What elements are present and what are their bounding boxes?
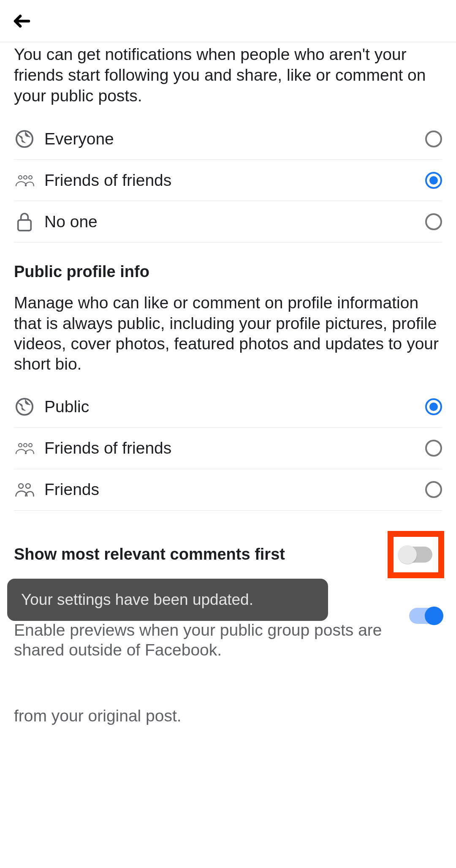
profile-options: Public Friends of friends Friends [14, 386, 442, 511]
option-friends-of-friends-2[interactable]: Friends of friends [14, 428, 442, 469]
radio-icon [425, 481, 442, 498]
svg-point-2 [24, 176, 27, 179]
radio-icon [425, 131, 442, 147]
toggle-knob [425, 607, 443, 625]
svg-point-7 [24, 444, 27, 447]
svg-rect-4 [18, 220, 31, 231]
option-label: Everyone [44, 130, 425, 148]
friends-of-friends-icon [14, 438, 35, 459]
option-label: No one [44, 212, 425, 231]
option-label: Public [44, 397, 425, 416]
off-facebook-description-2: from your original post. [14, 707, 442, 725]
option-no-one[interactable]: No one [14, 201, 442, 242]
svg-point-1 [19, 176, 22, 179]
globe-icon [14, 128, 35, 150]
option-label: Friends of friends [44, 171, 425, 190]
back-button[interactable] [11, 10, 33, 32]
toast-message: Your settings have been updated. [21, 591, 253, 609]
relevant-comments-toggle[interactable] [399, 547, 432, 563]
public-profile-description: Manage who can like or comment on profil… [14, 293, 442, 374]
option-public[interactable]: Public [14, 386, 442, 428]
friends-of-friends-icon [14, 170, 35, 191]
off-facebook-toggle[interactable] [409, 608, 442, 624]
svg-point-9 [19, 484, 23, 488]
relevant-comments-row: Show most relevant comments first [14, 531, 442, 578]
notifications-options: Everyone Friends of friends No one [14, 118, 442, 242]
back-arrow-icon [12, 11, 32, 31]
globe-icon [14, 396, 35, 417]
radio-icon [425, 172, 442, 189]
svg-point-3 [29, 176, 32, 179]
svg-point-10 [26, 484, 30, 488]
svg-point-0 [16, 131, 33, 147]
friends-icon [14, 479, 35, 500]
public-profile-title: Public profile info [14, 263, 442, 281]
highlight-box [388, 531, 444, 578]
svg-point-8 [29, 444, 32, 447]
svg-point-5 [16, 399, 33, 415]
toggle-knob [398, 545, 417, 564]
option-label: Friends of friends [44, 439, 425, 457]
radio-icon [425, 213, 442, 230]
option-label: Friends [44, 480, 425, 499]
notifications-description: You can get notifications when people wh… [14, 44, 442, 106]
relevant-comments-label: Show most relevant comments first [14, 545, 388, 563]
radio-icon [425, 398, 442, 415]
option-friends-of-friends[interactable]: Friends of friends [14, 160, 442, 201]
radio-icon [425, 440, 442, 457]
option-friends[interactable]: Friends [14, 469, 442, 511]
svg-point-6 [19, 444, 22, 447]
off-facebook-description-1: Enable previews when your public group p… [14, 620, 401, 660]
settings-updated-toast: Your settings have been updated. [7, 579, 328, 621]
option-everyone[interactable]: Everyone [14, 118, 442, 160]
header [0, 0, 456, 42]
lock-icon [14, 211, 35, 232]
